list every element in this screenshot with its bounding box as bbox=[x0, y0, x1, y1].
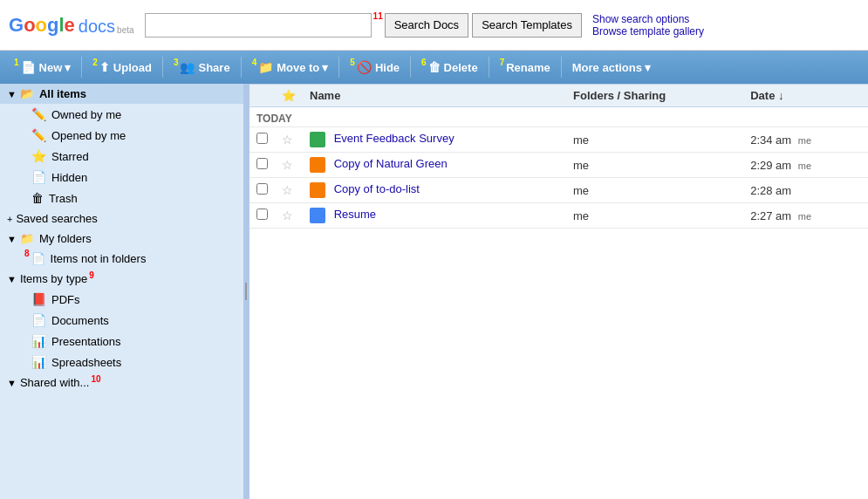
new-badge: 1 bbox=[14, 58, 19, 67]
row-date-cell: 2:29 am me bbox=[743, 153, 868, 178]
row-checkbox[interactable] bbox=[256, 208, 268, 220]
sort-desc-icon: ↓ bbox=[778, 89, 784, 102]
folder-icon: 📁 bbox=[258, 60, 273, 74]
star-button[interactable]: ☆ bbox=[282, 133, 293, 147]
file-type-icon bbox=[310, 157, 325, 173]
new-button[interactable]: 1 📄 New ▾ bbox=[7, 55, 78, 79]
sidebar-item-saved-searches[interactable]: + Saved searches bbox=[0, 208, 243, 229]
more-actions-button[interactable]: More actions ▾ bbox=[565, 55, 658, 79]
row-sharing-cell: me bbox=[566, 127, 743, 153]
separator-4 bbox=[338, 57, 339, 78]
sidebar-item-presentations[interactable]: 📊 Presentations bbox=[0, 331, 243, 352]
files-table: ⭐ Name Folders / Sharing Date ↓ TODAY bbox=[249, 84, 868, 229]
presentations-label: Presentations bbox=[51, 335, 121, 348]
hide-icon: 🚫 bbox=[357, 60, 372, 74]
file-name-link[interactable]: Event Feedback Survey bbox=[334, 132, 455, 145]
sharing-value: me bbox=[573, 159, 589, 172]
checkbox-header bbox=[249, 85, 275, 107]
items-not-in-folders-icon: 📄 bbox=[31, 252, 45, 265]
star-button[interactable]: ☆ bbox=[282, 158, 293, 172]
shared-with-badge: 10 bbox=[91, 374, 100, 384]
expand-saved-searches-icon: + bbox=[7, 214, 12, 224]
search-docs-button[interactable]: Search Docs bbox=[385, 13, 468, 38]
star-button[interactable]: ☆ bbox=[282, 208, 293, 222]
collapse-my-folders-icon: ▼ bbox=[7, 234, 17, 244]
sharing-value: me bbox=[573, 184, 589, 197]
sidebar-item-documents[interactable]: 📄 Documents bbox=[0, 310, 243, 331]
sidebar-item-trash[interactable]: 🗑 Trash bbox=[0, 188, 243, 208]
file-name-link[interactable]: Copy of Natural Green bbox=[334, 157, 448, 170]
table-row: ☆ Copy of Natural Green me 2:29 am me bbox=[249, 153, 868, 178]
file-name-link[interactable]: Resume bbox=[334, 208, 376, 221]
my-folders-icon: 📁 bbox=[20, 232, 34, 245]
separator-7 bbox=[561, 57, 562, 78]
upload-button[interactable]: 2 ⬆ Upload bbox=[85, 55, 159, 79]
sidebar-item-my-folders[interactable]: ▼ 📁 My folders bbox=[0, 229, 243, 249]
star-header: ⭐ bbox=[275, 85, 303, 107]
hide-badge: 5 bbox=[350, 58, 355, 67]
file-name-link[interactable]: Copy of to-do-list bbox=[334, 182, 420, 195]
share-label: Share bbox=[198, 61, 229, 74]
share-button[interactable]: 3 👥 Share bbox=[167, 55, 237, 79]
star-icon: ⭐ bbox=[31, 149, 46, 163]
row-checkbox-cell bbox=[249, 203, 275, 229]
move-to-label: Move to bbox=[277, 61, 319, 74]
star-button[interactable]: ☆ bbox=[282, 183, 293, 197]
trash-label: Trash bbox=[49, 192, 78, 205]
hide-button[interactable]: 5 🚫 Hide bbox=[343, 55, 407, 79]
browse-template-gallery-link[interactable]: Browse template gallery bbox=[592, 25, 704, 38]
sidebar-item-items-by-type[interactable]: ▼ Items by type 9 bbox=[0, 269, 243, 289]
pdf-icon: 📕 bbox=[31, 292, 46, 306]
row-checkbox[interactable] bbox=[256, 158, 268, 169]
sidebar-item-shared-with[interactable]: ▼ Shared with... 10 bbox=[0, 373, 243, 393]
badge-11: 11 bbox=[373, 11, 383, 21]
header: Google docs beta 11 Search Docs Search T… bbox=[0, 0, 868, 51]
row-date-cell: 2:27 am me bbox=[743, 203, 868, 229]
share-badge: 3 bbox=[174, 58, 179, 67]
share-icon: 👥 bbox=[180, 60, 195, 74]
sidebar-item-items-not-in-folders[interactable]: 8 📄 Items not in folders bbox=[0, 249, 243, 269]
saved-searches-label: Saved searches bbox=[16, 212, 97, 225]
toolbar: 1 📄 New ▾ 2 ⬆ Upload 3 👥 Share 4 📁 Move … bbox=[0, 51, 868, 84]
row-checkbox[interactable] bbox=[256, 133, 268, 144]
search-input[interactable] bbox=[145, 13, 372, 38]
sidebar-item-opened-by-me[interactable]: ✏️ Opened by me bbox=[0, 125, 243, 146]
sharing-value: me bbox=[573, 209, 589, 222]
show-search-options-link[interactable]: Show search options bbox=[592, 13, 704, 25]
file-type-icon bbox=[310, 132, 325, 147]
upload-icon: ⬆ bbox=[99, 60, 110, 74]
sidebar-item-hidden[interactable]: 📄 Hidden bbox=[0, 167, 243, 188]
delete-button[interactable]: 6 🗑 Delete bbox=[414, 55, 485, 79]
new-icon: 📄 bbox=[21, 60, 36, 74]
my-folders-label: My folders bbox=[39, 232, 92, 245]
rename-button[interactable]: 7 Rename bbox=[493, 55, 557, 79]
separator-1 bbox=[81, 57, 82, 78]
sidebar-item-all-items[interactable]: ▼ 📂 All items bbox=[0, 84, 243, 104]
date-header[interactable]: Date ↓ bbox=[743, 85, 868, 107]
sharing-value: me bbox=[573, 133, 589, 147]
sidebar-item-spreadsheets[interactable]: 📊 Spreadsheets bbox=[0, 352, 243, 373]
upload-label: Upload bbox=[113, 61, 152, 74]
row-star-cell: ☆ bbox=[275, 153, 303, 178]
new-label: New bbox=[39, 61, 63, 74]
row-checkbox[interactable] bbox=[256, 183, 268, 195]
documents-icon: 📄 bbox=[31, 313, 46, 327]
sidebar-item-pdfs[interactable]: 📕 PDFs bbox=[0, 289, 243, 310]
items-by-type-label: Items by type bbox=[20, 272, 87, 285]
resize-handle[interactable] bbox=[244, 84, 249, 499]
sidebar: ▼ 📂 All items ✏️ Owned by me ✏️ Opened b… bbox=[0, 84, 244, 499]
row-star-cell: ☆ bbox=[275, 203, 303, 229]
search-templates-button[interactable]: Search Templates bbox=[472, 13, 582, 38]
rename-label: Rename bbox=[506, 61, 550, 74]
sidebar-item-owned-by-me[interactable]: ✏️ Owned by me bbox=[0, 104, 243, 125]
move-to-button[interactable]: 4 📁 Move to ▾ bbox=[245, 55, 336, 79]
row-name-cell: Copy of Natural Green bbox=[303, 153, 566, 178]
delete-icon: 🗑 bbox=[428, 60, 441, 74]
documents-label: Documents bbox=[51, 314, 109, 327]
sidebar-item-starred[interactable]: ⭐ Starred bbox=[0, 146, 243, 167]
google-logo-text: Google bbox=[9, 14, 75, 37]
all-items-folder-icon: 📂 bbox=[20, 87, 34, 100]
date-value: 2:34 am bbox=[750, 133, 791, 147]
row-checkbox-cell bbox=[249, 153, 275, 178]
table-row: ☆ Event Feedback Survey me 2:34 am me bbox=[249, 127, 868, 153]
